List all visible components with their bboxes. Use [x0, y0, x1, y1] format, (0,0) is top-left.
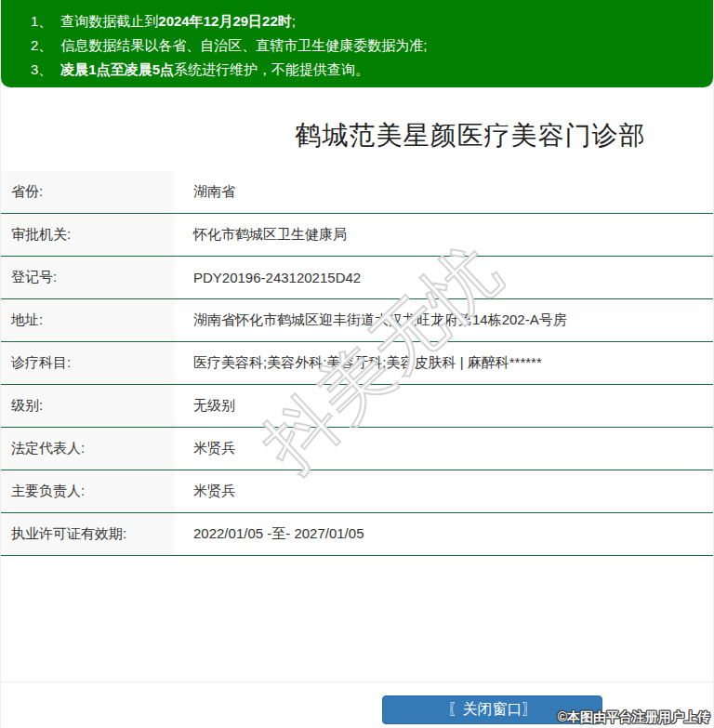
row-label: 执业许可证有效期: — [1, 513, 175, 555]
row-value: 无级别 — [175, 385, 713, 427]
table-row: 执业许可证有效期:2022/01/05 -至- 2027/01/05 — [1, 513, 713, 556]
notice-text: 查询数据截止到 — [60, 13, 158, 29]
table-row: 诊疗科目:医疗美容科;美容外科;美容牙科;美容皮肤科 | 麻醉科****** — [1, 342, 713, 385]
row-value: 怀化市鹤城区卫生健康局 — [175, 214, 713, 256]
notice-text: 凌晨1点至凌晨5点 — [60, 61, 174, 77]
notice-text: 信息数据结果以各省、自治区、直辖市卫生健康委数据为准; — [60, 37, 427, 53]
query-result-page: 1、查询数据截止到2024年12月29日22时;2、信息数据结果以各省、自治区、… — [0, 0, 714, 728]
row-value: 湖南省 — [175, 171, 713, 213]
row-value: 湖南省怀化市鹤城区迎丰街道大汉龙旺龙府第14栋202-A号房 — [175, 299, 713, 341]
table-row: 主要负责人:米贤兵 — [1, 470, 713, 513]
notice-text: 2024年12月29日22时 — [158, 13, 291, 29]
notice-line: 2、信息数据结果以各省、自治区、直辖市卫生健康委数据为准; — [31, 33, 704, 58]
row-label: 登记号: — [1, 257, 175, 298]
row-label: 省份: — [1, 171, 175, 213]
info-table: 省份:湖南省审批机关:怀化市鹤城区卫生健康局登记号:PDY20196-24312… — [1, 171, 713, 556]
clinic-name: 鹤城范美星颜医疗美容门诊部 — [296, 121, 646, 150]
notice-number: 2、 — [31, 37, 52, 53]
row-value: 医疗美容科;美容外科;美容牙科;美容皮肤科 | 麻醉科****** — [175, 342, 713, 384]
row-label: 法定代表人: — [1, 428, 175, 470]
notice-line: 3、凌晨1点至凌晨5点系统进行维护，不能提供查询。 — [31, 58, 704, 82]
row-value: 米贤兵 — [175, 470, 713, 512]
footer-divider — [1, 682, 713, 682]
row-label: 诊疗科目: — [1, 342, 175, 384]
notice-number: 3、 — [31, 61, 52, 77]
notice-text: ; — [292, 13, 296, 29]
notice-text: 系统进行维护，不能提供查询。 — [174, 61, 369, 77]
row-value: 米贤兵 — [175, 428, 713, 470]
notice-header: 1、查询数据截止到2024年12月29日22时;2、信息数据结果以各省、自治区、… — [1, 0, 713, 87]
table-row: 登记号:PDY20196-243120215D42 — [1, 257, 713, 299]
table-row: 审批机关:怀化市鹤城区卫生健康局 — [1, 214, 713, 257]
table-row: 级别:无级别 — [1, 385, 713, 428]
row-value: PDY20196-243120215D42 — [175, 257, 713, 298]
table-row: 地址:湖南省怀化市鹤城区迎丰街道大汉龙旺龙府第14栋202-A号房 — [1, 299, 713, 342]
row-label: 主要负责人: — [1, 470, 175, 512]
row-label: 地址: — [1, 299, 175, 341]
notice-list: 1、查询数据截止到2024年12月29日22时;2、信息数据结果以各省、自治区、… — [31, 9, 704, 82]
table-row: 省份:湖南省 — [1, 171, 713, 214]
upload-credit-watermark: ©本图由平台注册用户上传 — [558, 709, 710, 726]
table-row: 法定代表人:米贤兵 — [1, 428, 713, 470]
notice-number: 1、 — [31, 13, 52, 29]
row-label: 审批机关: — [1, 214, 175, 256]
row-label: 级别: — [1, 385, 175, 427]
page-title: 鹤城范美星颜医疗美容门诊部 — [1, 118, 713, 153]
row-value: 2022/01/05 -至- 2027/01/05 — [175, 513, 713, 555]
notice-line: 1、查询数据截止到2024年12月29日22时; — [31, 9, 704, 33]
